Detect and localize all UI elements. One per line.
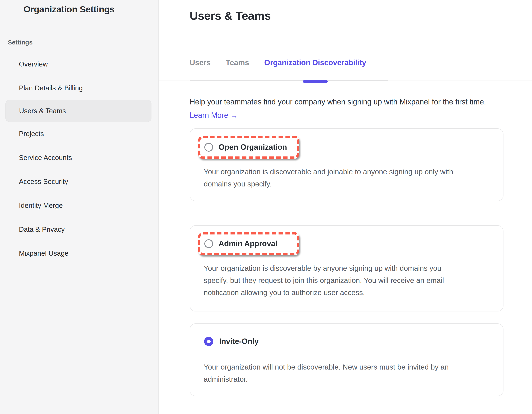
tab-users[interactable]: Users — [190, 58, 211, 67]
radio-admin-approval[interactable] — [204, 239, 213, 248]
sidebar-item-access-security[interactable]: Access Security — [0, 170, 158, 194]
description-line: Your organization will not be discoverab… — [204, 361, 490, 373]
description-line: Your organization is discoverable and jo… — [204, 166, 490, 178]
option-description-invite-only: Your organization will not be discoverab… — [204, 361, 490, 385]
radio-open-organization[interactable] — [204, 143, 213, 152]
radio-invite-only-selected[interactable] — [204, 337, 213, 346]
description-line: specify, but they request to join this o… — [204, 274, 490, 286]
tab-bar: Users Teams Organization Discoverability — [190, 58, 388, 81]
option-card-invite-only: Invite-Only Your organization will not b… — [190, 323, 504, 396]
learn-more-label: Learn More — [190, 111, 228, 120]
description-line: domains you specify. — [204, 178, 490, 190]
option-label-invite-only[interactable]: Invite-Only — [219, 337, 259, 346]
option-card-admin-approval: Admin Approval Your organization is disc… — [190, 225, 504, 311]
arrow-right-icon: → — [384, 413, 392, 414]
annotation-highlight-admin-approval: Admin Approval — [198, 232, 299, 255]
access-security-link[interactable]: Looking to edit SSO or SCIM? Check out A… — [190, 413, 392, 414]
arrow-right-icon: → — [230, 111, 238, 120]
sidebar-item-users-teams[interactable]: Users & Teams — [5, 100, 152, 122]
description-line: administrator. — [204, 373, 490, 385]
option-card-open-organization: Open Organization Your organization is d… — [190, 128, 504, 201]
sidebar-title: Organization Settings — [23, 4, 158, 14]
access-security-link-label: Looking to edit SSO or SCIM? Check out A… — [190, 413, 382, 414]
sidebar-item-plan-details-billing[interactable]: Plan Details & Billing — [0, 76, 158, 100]
option-label-admin-approval[interactable]: Admin Approval — [218, 239, 277, 248]
option-description-admin-approval: Your organization is discoverable by any… — [204, 262, 490, 299]
intro-text: Help your teammates find your company wh… — [190, 97, 532, 107]
sidebar-item-mixpanel-usage[interactable]: Mixpanel Usage — [0, 241, 158, 265]
sidebar-section-settings: Settings — [8, 39, 158, 46]
option-row-invite-only: Invite-Only — [204, 337, 490, 346]
sidebar-item-overview[interactable]: Overview — [0, 52, 158, 76]
description-line: Your organization is discoverable by any… — [204, 262, 490, 274]
main-content: Users & Teams Users Teams Organization D… — [159, 0, 532, 414]
option-description-open-organization: Your organization is discoverable and jo… — [204, 166, 490, 190]
sidebar-item-service-accounts[interactable]: Service Accounts — [0, 146, 158, 170]
tab-teams[interactable]: Teams — [226, 58, 249, 67]
radio-inner-dot — [207, 340, 211, 343]
sidebar-item-data-privacy[interactable]: Data & Privacy — [0, 217, 158, 241]
sidebar-nav: Overview Plan Details & Billing Users & … — [0, 52, 158, 265]
learn-more-link[interactable]: Learn More → — [190, 110, 238, 120]
annotation-highlight-open-organization: Open Organization — [198, 136, 299, 159]
page-title: Users & Teams — [190, 8, 532, 23]
sidebar: Organization Settings Settings Overview … — [0, 0, 159, 414]
sidebar-item-identity-merge[interactable]: Identity Merge — [0, 194, 158, 217]
tab-organization-discoverability[interactable]: Organization Discoverability — [264, 58, 366, 67]
option-label-open-organization[interactable]: Open Organization — [218, 143, 287, 152]
description-line: notification allowing you to authorize u… — [204, 286, 490, 299]
sidebar-item-projects[interactable]: Projects — [0, 122, 158, 146]
